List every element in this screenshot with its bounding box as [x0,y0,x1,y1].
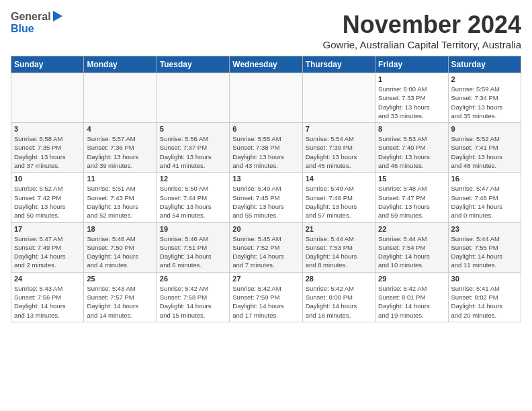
day-number: 16 [451,175,518,183]
calendar-cell: 11Sunrise: 5:51 AM Sunset: 7:43 PM Dayli… [84,173,157,222]
weekday-header-friday: Friday [375,56,448,73]
day-info: Sunrise: 5:44 AM Sunset: 7:54 PM Dayligh… [378,234,445,270]
day-info: Sunrise: 5:59 AM Sunset: 7:34 PM Dayligh… [451,85,518,120]
calendar-cell: 19Sunrise: 5:46 AM Sunset: 7:51 PM Dayli… [157,222,229,272]
calendar-week-5: 24Sunrise: 5:43 AM Sunset: 7:56 PM Dayli… [11,272,521,322]
day-number: 23 [451,225,518,233]
calendar-cell: 18Sunrise: 5:46 AM Sunset: 7:50 PM Dayli… [84,222,157,272]
day-number: 21 [306,225,372,233]
calendar-cell [302,73,375,123]
month-title: November 2024 [323,11,521,39]
day-number: 22 [378,225,445,233]
calendar-cell: 16Sunrise: 5:47 AM Sunset: 7:48 PM Dayli… [448,173,521,222]
day-info: Sunrise: 6:00 AM Sunset: 7:33 PM Dayligh… [378,85,445,120]
calendar-cell: 27Sunrise: 5:42 AM Sunset: 7:59 PM Dayli… [230,272,302,322]
day-info: Sunrise: 5:42 AM Sunset: 8:01 PM Dayligh… [378,284,445,320]
day-info: Sunrise: 5:47 AM Sunset: 7:48 PM Dayligh… [451,184,518,220]
calendar-cell [157,73,229,123]
calendar-cell: 23Sunrise: 5:44 AM Sunset: 7:55 PM Dayli… [448,222,521,272]
calendar-cell: 3Sunrise: 5:58 AM Sunset: 7:35 PM Daylig… [11,123,84,173]
calendar-cell [11,73,84,123]
day-info: Sunrise: 5:49 AM Sunset: 7:45 PM Dayligh… [232,184,299,220]
calendar-cell: 4Sunrise: 5:57 AM Sunset: 7:36 PM Daylig… [84,123,157,173]
day-number: 3 [14,125,81,133]
calendar-cell: 21Sunrise: 5:44 AM Sunset: 7:53 PM Dayli… [302,222,375,272]
day-info: Sunrise: 5:43 AM Sunset: 7:57 PM Dayligh… [87,284,153,320]
day-number: 14 [306,175,372,183]
day-info: Sunrise: 5:42 AM Sunset: 8:00 PM Dayligh… [306,284,372,320]
calendar-cell: 20Sunrise: 5:45 AM Sunset: 7:52 PM Dayli… [230,222,302,272]
day-info: Sunrise: 5:42 AM Sunset: 7:58 PM Dayligh… [160,284,226,320]
calendar-cell: 25Sunrise: 5:43 AM Sunset: 7:57 PM Dayli… [84,272,157,322]
day-info: Sunrise: 5:46 AM Sunset: 7:50 PM Dayligh… [87,234,153,270]
day-info: Sunrise: 5:47 AM Sunset: 7:49 PM Dayligh… [14,234,81,270]
day-info: Sunrise: 5:44 AM Sunset: 7:55 PM Dayligh… [451,234,518,270]
calendar-cell: 30Sunrise: 5:41 AM Sunset: 8:02 PM Dayli… [448,272,521,322]
day-number: 7 [306,125,372,133]
day-info: Sunrise: 5:51 AM Sunset: 7:43 PM Dayligh… [87,184,153,220]
day-info: Sunrise: 5:43 AM Sunset: 7:56 PM Dayligh… [14,284,81,320]
calendar-cell: 15Sunrise: 5:48 AM Sunset: 7:47 PM Dayli… [375,173,448,222]
calendar-cell: 24Sunrise: 5:43 AM Sunset: 7:56 PM Dayli… [11,272,84,322]
day-number: 9 [451,125,518,133]
calendar-table: SundayMondayTuesdayWednesdayThursdayFrid… [11,56,521,322]
logo: General Blue [11,11,62,35]
calendar-cell: 28Sunrise: 5:42 AM Sunset: 8:00 PM Dayli… [302,272,375,322]
calendar-cell: 5Sunrise: 5:56 AM Sunset: 7:37 PM Daylig… [157,123,229,173]
calendar-cell: 2Sunrise: 5:59 AM Sunset: 7:34 PM Daylig… [448,73,521,123]
day-info: Sunrise: 5:42 AM Sunset: 7:59 PM Dayligh… [232,284,299,320]
calendar-week-4: 17Sunrise: 5:47 AM Sunset: 7:49 PM Dayli… [11,222,521,272]
day-info: Sunrise: 5:52 AM Sunset: 7:41 PM Dayligh… [451,134,518,170]
calendar-cell: 29Sunrise: 5:42 AM Sunset: 8:01 PM Dayli… [375,272,448,322]
day-number: 6 [232,125,299,133]
day-number: 29 [378,275,445,283]
calendar-cell: 13Sunrise: 5:49 AM Sunset: 7:45 PM Dayli… [230,173,302,222]
weekday-header-saturday: Saturday [448,56,521,73]
day-number: 25 [87,275,153,283]
day-number: 4 [87,125,153,133]
day-info: Sunrise: 5:46 AM Sunset: 7:51 PM Dayligh… [160,234,226,270]
day-info: Sunrise: 5:54 AM Sunset: 7:39 PM Dayligh… [306,134,372,170]
day-info: Sunrise: 5:55 AM Sunset: 7:38 PM Dayligh… [232,134,299,170]
day-number: 26 [160,275,226,283]
day-number: 2 [451,75,518,83]
logo-arrow-icon [53,11,62,21]
weekday-header-monday: Monday [84,56,157,73]
day-number: 8 [378,125,445,133]
calendar-cell: 26Sunrise: 5:42 AM Sunset: 7:58 PM Dayli… [157,272,229,322]
location-title: Gowrie, Australian Capital Territory, Au… [323,39,521,50]
calendar-week-2: 3Sunrise: 5:58 AM Sunset: 7:35 PM Daylig… [11,123,521,173]
calendar-cell: 1Sunrise: 6:00 AM Sunset: 7:33 PM Daylig… [375,73,448,123]
calendar-cell: 8Sunrise: 5:53 AM Sunset: 7:40 PM Daylig… [375,123,448,173]
day-info: Sunrise: 5:58 AM Sunset: 7:35 PM Dayligh… [14,134,81,170]
day-info: Sunrise: 5:57 AM Sunset: 7:36 PM Dayligh… [87,134,153,170]
day-number: 30 [451,275,518,283]
calendar-cell: 7Sunrise: 5:54 AM Sunset: 7:39 PM Daylig… [302,123,375,173]
title-block: November 2024 Gowrie, Australian Capital… [323,11,521,50]
day-number: 12 [160,175,226,183]
day-number: 19 [160,225,226,233]
calendar-cell [230,73,302,123]
calendar-cell: 17Sunrise: 5:47 AM Sunset: 7:49 PM Dayli… [11,222,84,272]
day-info: Sunrise: 5:41 AM Sunset: 8:02 PM Dayligh… [451,284,518,320]
weekday-header-thursday: Thursday [302,56,375,73]
weekday-header-wednesday: Wednesday [230,56,302,73]
day-info: Sunrise: 5:48 AM Sunset: 7:47 PM Dayligh… [378,184,445,220]
day-number: 10 [14,175,81,183]
day-number: 15 [378,175,445,183]
day-info: Sunrise: 5:56 AM Sunset: 7:37 PM Dayligh… [160,134,226,170]
day-info: Sunrise: 5:50 AM Sunset: 7:44 PM Dayligh… [160,184,226,220]
day-info: Sunrise: 5:53 AM Sunset: 7:40 PM Dayligh… [378,134,445,170]
day-number: 20 [232,225,299,233]
day-number: 11 [87,175,153,183]
calendar-cell: 14Sunrise: 5:49 AM Sunset: 7:46 PM Dayli… [302,173,375,222]
calendar-cell: 12Sunrise: 5:50 AM Sunset: 7:44 PM Dayli… [157,173,229,222]
day-number: 5 [160,125,226,133]
day-info: Sunrise: 5:44 AM Sunset: 7:53 PM Dayligh… [306,234,372,270]
day-number: 1 [378,75,445,83]
day-number: 28 [306,275,372,283]
day-number: 24 [14,275,81,283]
logo-blue: Blue [11,23,34,35]
day-info: Sunrise: 5:45 AM Sunset: 7:52 PM Dayligh… [232,234,299,270]
calendar-cell: 10Sunrise: 5:52 AM Sunset: 7:42 PM Dayli… [11,173,84,222]
